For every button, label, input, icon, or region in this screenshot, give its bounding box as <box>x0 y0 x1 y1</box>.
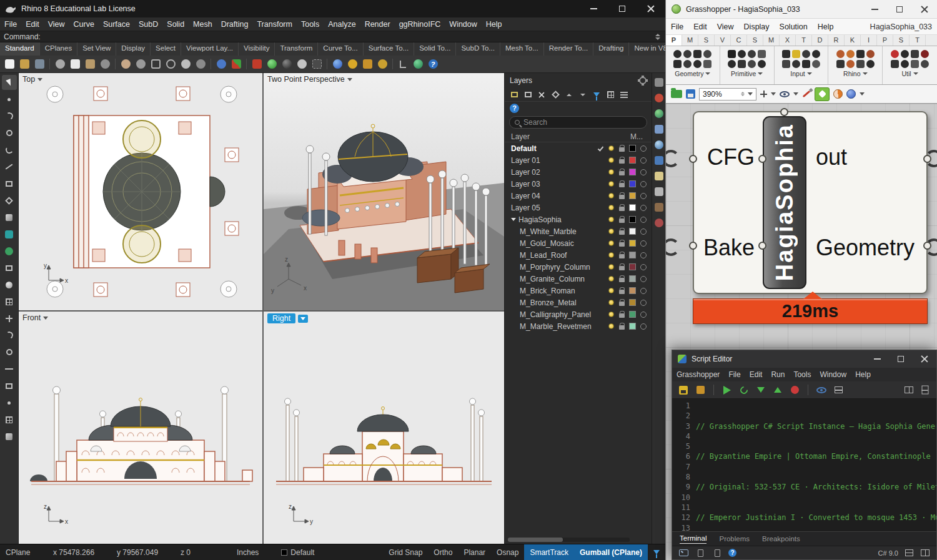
analyze-tool-icon[interactable] <box>2 345 17 360</box>
tab-breakpoints[interactable]: Breakpoints <box>762 535 800 543</box>
sun-icon[interactable] <box>345 57 359 71</box>
filter-layers-icon[interactable] <box>592 91 601 99</box>
layer-material-icon[interactable] <box>638 300 648 306</box>
layer-visibility-bulb-icon[interactable] <box>606 288 617 293</box>
new-sublayer-icon[interactable] <box>523 91 532 99</box>
component-icon[interactable] <box>792 60 800 68</box>
menu-ggrhinoifc[interactable]: ggRhinoIFC <box>395 20 445 29</box>
layer-material-icon[interactable] <box>638 169 648 175</box>
menu-help[interactable]: Help <box>851 370 875 379</box>
panel-tab-materials-icon[interactable] <box>655 140 663 149</box>
panel-tab-notes-icon[interactable] <box>655 187 663 196</box>
layer-visibility-bulb-icon[interactable] <box>606 323 617 329</box>
layer-color-swatch[interactable] <box>627 204 638 211</box>
layers-horizontal-scrollbar[interactable] <box>508 538 630 542</box>
circle-tool-icon[interactable] <box>2 125 17 140</box>
status-osnap[interactable]: Osnap <box>491 544 524 560</box>
transform-tool-icon[interactable] <box>2 311 17 326</box>
new-file-icon[interactable] <box>695 548 706 559</box>
layer-color-swatch[interactable] <box>627 275 638 282</box>
layer-lock-icon[interactable] <box>617 169 627 175</box>
layer-row[interactable]: M_Bronze_Metal <box>505 297 652 308</box>
command-history-scroll[interactable] <box>655 34 662 40</box>
toolbar-tab-cplanes[interactable]: CPlanes <box>40 42 77 56</box>
layer-visibility-bulb-icon[interactable] <box>606 228 617 234</box>
rendered-sphere-icon[interactable] <box>280 57 294 71</box>
status-planar[interactable]: Planar <box>458 544 491 560</box>
layer-visibility-bulb-icon[interactable] <box>606 217 617 222</box>
status-filter-icon[interactable] <box>648 544 665 560</box>
grasshopper-titlebar[interactable]: Grasshopper - HagiaSophia_033 <box>666 0 937 19</box>
layer-row[interactable]: M_White_Marble <box>505 225 652 237</box>
code-line[interactable]: // Byzantine Empire | Ottoman Empire, Co… <box>696 451 936 461</box>
component-icon[interactable] <box>812 50 820 58</box>
shaded-sphere-icon[interactable] <box>265 57 279 71</box>
package-manager-icon[interactable] <box>695 385 706 396</box>
toolbar-tab-set-view[interactable]: Set View <box>77 42 116 56</box>
zoom-extents-icon[interactable] <box>149 57 162 71</box>
layer-material-icon[interactable] <box>638 228 648 235</box>
step-into-icon[interactable] <box>755 385 766 396</box>
menu-help[interactable]: Help <box>482 20 507 29</box>
category-tab-params[interactable]: P <box>666 35 682 46</box>
layer-color-swatch[interactable] <box>627 263 638 270</box>
layers-search-box[interactable] <box>509 116 647 129</box>
layer-color-swatch[interactable] <box>627 169 638 175</box>
help-icon[interactable]: ? <box>728 549 736 557</box>
hagiasophia-component[interactable]: CFG Bake HagiaSophia out Geometry <box>693 111 928 294</box>
component-icon[interactable] <box>911 50 919 58</box>
dropdown-caret-icon[interactable] <box>860 87 865 101</box>
component-icon[interactable] <box>856 60 865 68</box>
watch-eye-icon[interactable] <box>816 385 827 396</box>
toolbar-tab-subd-tools[interactable]: SubD To... <box>456 42 500 56</box>
new-script-icon[interactable] <box>711 548 723 559</box>
render-globe-icon[interactable] <box>330 57 344 71</box>
category-tab-surface[interactable]: S <box>747 35 763 46</box>
component-icon[interactable] <box>703 60 711 68</box>
menu-grasshopper[interactable]: Grasshopper <box>672 370 724 379</box>
layer-visibility-bulb-icon[interactable] <box>606 300 617 305</box>
copy-icon[interactable] <box>68 57 82 71</box>
layer-lock-icon[interactable] <box>617 228 627 235</box>
panel-tab-libraries-icon[interactable] <box>655 203 663 212</box>
menu-solution[interactable]: Solution <box>775 22 813 31</box>
wire-socket-icon[interactable] <box>665 150 680 167</box>
layer-visibility-bulb-icon[interactable] <box>606 240 617 246</box>
toolbar-tab-standard[interactable]: Standard <box>0 42 40 56</box>
toolbar-tab-surface-tools[interactable]: Surface To... <box>364 42 414 56</box>
toolbar-tab-select[interactable]: Select <box>151 42 181 56</box>
code-line[interactable]: // Emperor Justinian I · Converted to mo… <box>696 513 936 523</box>
category-tab-transform[interactable]: T <box>796 35 812 46</box>
component-icon[interactable] <box>856 50 865 58</box>
menu-surface[interactable]: Surface <box>99 20 134 29</box>
extrude-tool-icon[interactable] <box>2 243 17 258</box>
layer-material-icon[interactable] <box>638 181 648 187</box>
viewport-menu-caret-icon[interactable] <box>37 78 42 81</box>
menu-file[interactable]: File <box>0 20 21 29</box>
component-icon[interactable] <box>802 50 810 58</box>
menu-view[interactable]: View <box>712 22 739 31</box>
display-mode-car-icon[interactable] <box>250 57 264 71</box>
status-grid-snap[interactable]: Grid Snap <box>383 544 428 560</box>
variables-table-icon[interactable] <box>833 385 844 396</box>
move-layer-down-icon[interactable] <box>578 91 587 99</box>
menu-analyze[interactable]: Analyze <box>324 20 360 29</box>
step-out-icon[interactable] <box>772 385 783 396</box>
layer-visibility-bulb-icon[interactable] <box>606 157 617 163</box>
wireframe-preview-icon[interactable] <box>833 87 843 101</box>
curve-edit-tool-icon[interactable] <box>2 328 17 343</box>
layer-material-icon[interactable] <box>638 217 648 223</box>
layer-color-swatch[interactable] <box>627 192 638 199</box>
layer-material-icon[interactable] <box>638 145 648 152</box>
arc-tool-icon[interactable] <box>2 142 17 157</box>
component-icon[interactable] <box>836 50 845 58</box>
layer-lock-icon[interactable] <box>617 157 627 164</box>
pan-hand-icon[interactable] <box>119 57 132 71</box>
component-icon[interactable] <box>802 60 810 68</box>
component-icon[interactable] <box>866 60 875 68</box>
layer-row[interactable]: Layer 01 <box>505 154 652 166</box>
rectangle-tool-icon[interactable] <box>2 176 17 191</box>
layer-color-swatch[interactable] <box>627 323 638 330</box>
undo-icon[interactable] <box>98 57 112 71</box>
layer-row[interactable]: Layer 02 <box>505 166 652 178</box>
